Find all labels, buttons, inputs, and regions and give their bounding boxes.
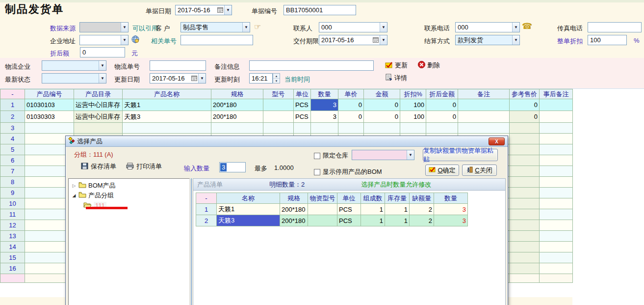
row-number[interactable]: 13 bbox=[0, 231, 25, 242]
cell-stock[interactable]: 1 bbox=[385, 204, 410, 215]
row-number[interactable]: 2 bbox=[0, 111, 25, 123]
contact-dropdown[interactable]: 000 ▼ bbox=[319, 22, 387, 32]
empty-cell[interactable] bbox=[458, 123, 510, 134]
cell-unit[interactable]: PCS bbox=[294, 111, 311, 123]
cell-code[interactable]: 01030303 bbox=[25, 111, 74, 123]
empty-cell[interactable] bbox=[540, 144, 573, 155]
cell-spec[interactable]: 200*180 bbox=[211, 99, 263, 111]
save-list-button[interactable]: 保存清单 bbox=[81, 162, 116, 171]
logistics-company-dropdown[interactable]: ▼ bbox=[42, 60, 106, 71]
cell-spec[interactable]: 200*180 bbox=[280, 204, 308, 215]
empty-cell[interactable] bbox=[510, 252, 540, 263]
cell-remark[interactable] bbox=[458, 99, 510, 111]
phone-dropdown[interactable]: 000 ▼ bbox=[455, 22, 520, 32]
empty-cell[interactable] bbox=[510, 209, 540, 220]
row-number[interactable]: 9 bbox=[0, 188, 25, 198]
empty-cell[interactable] bbox=[426, 123, 458, 134]
empty-cell[interactable] bbox=[510, 177, 540, 188]
cell-shortage[interactable]: 2 bbox=[410, 204, 434, 215]
empty-cell[interactable] bbox=[510, 155, 540, 166]
empty-cell[interactable] bbox=[123, 123, 211, 134]
cell-price[interactable]: 0 bbox=[338, 111, 364, 123]
warehouse-dropdown[interactable]: ▼ bbox=[352, 150, 414, 160]
chevron-down-icon[interactable]: ▼ bbox=[380, 23, 387, 32]
order-discount-input[interactable]: 100 bbox=[588, 35, 627, 45]
update-time-input[interactable]: 16:21 bbox=[249, 73, 273, 83]
cell-price[interactable]: 0 bbox=[338, 99, 364, 111]
empty-cell[interactable] bbox=[510, 166, 540, 177]
cell-amount[interactable]: 0 bbox=[364, 99, 400, 111]
show-bom-checkbox[interactable] bbox=[314, 169, 320, 175]
empty-cell[interactable] bbox=[540, 188, 573, 198]
status-dropdown[interactable]: ▼ bbox=[42, 73, 106, 83]
row-number[interactable]: 1 bbox=[0, 99, 25, 111]
row-number[interactable]: 16 bbox=[0, 263, 25, 274]
name-cell-selected[interactable]: 天籁3 bbox=[217, 215, 280, 226]
empty-cell[interactable] bbox=[294, 123, 311, 134]
empty-cell[interactable] bbox=[540, 123, 573, 134]
cell-model[interactable] bbox=[263, 99, 294, 111]
chevron-down-icon[interactable]: ▼ bbox=[380, 35, 387, 45]
address-dropdown[interactable]: ▼ bbox=[79, 35, 129, 45]
chevron-down-icon[interactable]: ▼ bbox=[512, 23, 519, 32]
related-no-input[interactable] bbox=[180, 35, 253, 45]
customer-dropdown[interactable]: 制品零售 ▼ bbox=[180, 22, 250, 32]
chevron-down-icon[interactable]: ▼ bbox=[198, 74, 206, 83]
fax-input[interactable] bbox=[588, 22, 642, 32]
close-icon[interactable]: X bbox=[489, 138, 505, 145]
empty-cell[interactable] bbox=[540, 155, 573, 166]
row-number[interactable]: 3 bbox=[0, 123, 25, 134]
empty-cell[interactable] bbox=[510, 242, 540, 252]
cell-spec[interactable]: 200*180 bbox=[280, 215, 308, 226]
ok-button[interactable]: O确定 bbox=[425, 165, 459, 176]
close-button[interactable]: C关闭 bbox=[462, 165, 497, 176]
spin-down-icon[interactable]: ▼ bbox=[273, 79, 280, 83]
deadline-picker[interactable]: 2017-05-16 ▼ bbox=[319, 35, 387, 45]
row-number[interactable]: 4 bbox=[0, 134, 25, 144]
empty-cell[interactable] bbox=[510, 220, 540, 231]
cell-amount[interactable]: 0 bbox=[364, 111, 400, 123]
cell-code[interactable]: 01030103 bbox=[25, 99, 74, 111]
cell-ref_price[interactable]: 0 bbox=[510, 99, 540, 111]
discounted-amt-input[interactable]: 0 bbox=[80, 47, 125, 57]
cell-model[interactable] bbox=[308, 204, 337, 215]
cell-stock[interactable]: 1 bbox=[385, 215, 410, 226]
chevron-down-icon[interactable]: ▼ bbox=[121, 35, 128, 45]
empty-cell[interactable] bbox=[263, 123, 294, 134]
spin-up-icon[interactable]: ▲ bbox=[273, 74, 280, 79]
empty-cell[interactable] bbox=[540, 134, 573, 144]
current-time-link[interactable]: 当前时间 bbox=[284, 75, 310, 84]
detail-button[interactable]: 详情 bbox=[385, 74, 407, 83]
row-number[interactable]: 11 bbox=[0, 209, 25, 220]
empty-cell[interactable] bbox=[540, 177, 573, 188]
cell-post_remark[interactable] bbox=[540, 111, 573, 123]
tree-expanded-icon[interactable]: ◢ bbox=[72, 193, 77, 198]
cell-unit[interactable]: PCS bbox=[337, 204, 361, 215]
row-number[interactable]: 14 bbox=[0, 242, 25, 252]
cell-qty[interactable]: 3 bbox=[434, 215, 468, 226]
dialog-titlebar[interactable]: 选择产品 X bbox=[66, 136, 508, 147]
update-button[interactable]: 更新 bbox=[385, 61, 408, 70]
row-number[interactable]: 15 bbox=[0, 252, 25, 263]
empty-cell[interactable] bbox=[540, 220, 573, 231]
tree-item-bom[interactable]: ▷ BOM产品 bbox=[69, 181, 189, 191]
row-number[interactable]: 7 bbox=[0, 166, 25, 177]
row-number[interactable]: 12 bbox=[0, 220, 25, 231]
empty-cell[interactable] bbox=[338, 123, 364, 134]
chevron-down-icon[interactable]: ▼ bbox=[224, 5, 232, 15]
print-list-button[interactable]: 打印清单 bbox=[126, 162, 162, 171]
cell-unit[interactable]: PCS bbox=[294, 99, 311, 111]
chevron-down-icon[interactable]: ▼ bbox=[242, 23, 250, 32]
doc-date-picker[interactable]: 2017-05-16 ▼ bbox=[175, 5, 232, 15]
cell-name[interactable]: 天籁1 bbox=[217, 204, 280, 215]
cell-discount[interactable]: 100 bbox=[400, 99, 426, 111]
doc-no-input[interactable]: BB17050001 bbox=[283, 5, 356, 15]
cell-model[interactable] bbox=[308, 215, 337, 226]
empty-cell[interactable] bbox=[74, 123, 123, 134]
empty-cell[interactable] bbox=[311, 123, 338, 134]
row-number[interactable]: 6 bbox=[0, 155, 25, 166]
copy-shortage-button[interactable]: 复制缺额量供物资单据粘贴 bbox=[423, 149, 498, 161]
cell-comp[interactable]: 1 bbox=[361, 215, 385, 226]
cell-discounted[interactable]: 0 bbox=[426, 111, 458, 123]
remark-input[interactable] bbox=[249, 60, 374, 71]
